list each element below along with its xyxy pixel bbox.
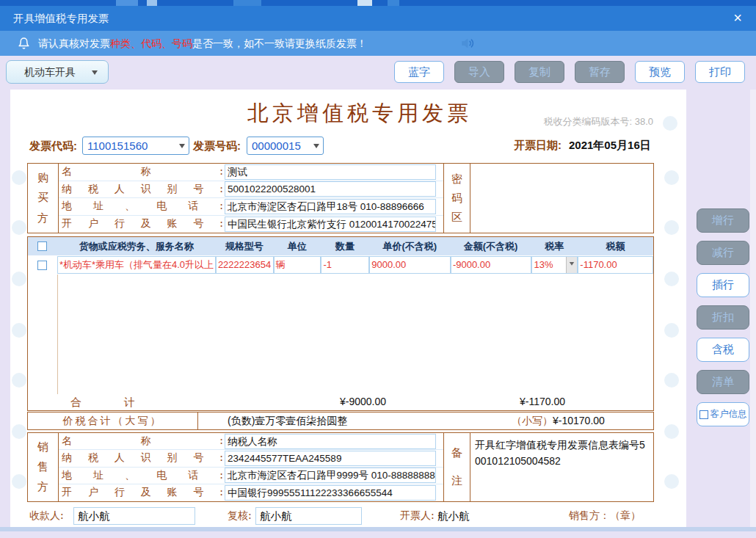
discount-button[interactable]: 折扣 [697,305,749,330]
window-title: 开具增值税专用发票 [13,6,109,31]
import-button[interactable]: 导入 [454,61,504,83]
field-row: 纳税人识别号: 2342445577TEAA245589 [59,450,443,467]
tax-included-button[interactable]: 含税 [697,338,749,362]
invoice-code-select[interactable]: 1100151560 [82,137,189,155]
header-tax: 税额 [578,240,653,253]
cell-spec: 2222223654 [216,256,274,274]
decor-dot [664,373,679,388]
invoice-number-select[interactable]: 00000015 [247,137,324,155]
stash-button[interactable]: 暂存 [575,61,625,83]
field-row: 地址、电话: 北京市海淀区杏石口路甲9999号 010-88888888 [59,468,443,484]
preview-button[interactable]: 预览 [635,61,685,83]
sum-content: (负数)壹万零壹佰柒拾圆整 （小写）¥-10170.00 [198,412,653,429]
payee-label: 收款人: [29,509,64,523]
invoice-title: 北京增值税专用发票 [176,99,543,128]
header-spec: 规格型号 [215,240,273,253]
customer-info-button[interactable]: 客户信息 [697,402,749,426]
seller-stamp: 销售方：（章） [569,509,641,523]
decor-dot [12,170,26,185]
buyer-name-label: 名称: [62,165,223,178]
chevron-down-icon [566,257,577,273]
goods-name-input[interactable]: *机动车*乘用车（排气量在4.0升以上 [57,256,216,274]
buyer-bank-input[interactable]: 中国民生银行北京紫竹支行 0120014170022475 [225,217,436,232]
invoice-number-label: 发票号码: [193,139,241,153]
cell-price: 9000.00 [369,256,451,274]
buyer-bank-label: 开户行及账号: [62,217,223,230]
tax-input[interactable]: -1170.00 [578,256,653,274]
notice-suffix: 是否一致，如不一致请更换纸质发票！ [192,37,367,49]
buyer-taxid-label: 纳税人识别号: [62,183,223,196]
field-row: 地址、电话: 北京市海淀区杏石口路甲18号 010-88896666 [59,198,443,216]
goods-table: 货物或应税劳务、服务名称 规格型号 单位 数量 单价(不含税) 金额(不含税) … [27,236,654,411]
buyer-box: 购 买 方 名称: 测试 纳税人识别号: 5001022200528001 地址… [27,163,654,233]
invoice-type-value: 机动车开具 [24,61,76,83]
select-all-cell [28,241,57,251]
table-empty-body [28,275,653,394]
scroll-strip [750,90,756,527]
header-amount: 金额(不含税) [451,240,531,253]
drawer-label: 开票人: [400,509,435,523]
cell-qty: -1 [321,256,369,274]
sum-words: (负数)壹万零壹佰柒拾圆整 [228,415,347,428]
seller-bank-input[interactable]: 中国银行99955511122233366655544 [225,485,436,501]
insert-row-button[interactable]: 插行 [697,273,749,297]
window-bottom-edge [0,527,756,531]
password-side-char: 码 [451,192,462,206]
buyer-fields: 名称: 测试 纳税人识别号: 5001022200528001 地址、电话: 北… [59,164,443,233]
blue-invoice-button[interactable]: 蓝字 [394,61,444,83]
seller-side-char: 销 [37,440,48,454]
invoice-type-select[interactable]: 机动车开具 [6,60,109,84]
password-side-label: 密 码 区 [443,164,470,233]
decor-dot [664,474,679,489]
invoice-code-value: 1100151560 [87,137,148,154]
notice-prefix: 请认真核对发票 [38,37,110,49]
decor-dot [664,272,679,286]
total-row: 合计 ¥-9000.00 ¥-1170.00 [28,394,653,411]
tax-rate-select[interactable]: 13% [531,256,578,274]
price-input[interactable]: 9000.00 [369,256,451,274]
copy-button[interactable]: 复制 [515,61,564,83]
bell-icon [18,37,30,53]
row-checkbox[interactable] [37,261,47,270]
print-button[interactable]: 打印 [695,61,745,83]
desktop-fragment [116,0,138,6]
amount-input[interactable]: -9000.00 [451,256,531,274]
remark-text: 开具红字增值税专用发票信息表编号5001012105004582 [470,433,653,501]
seller-taxid-input[interactable]: 2342445577TEAA245589 [225,451,436,466]
field-row: 名称: 纳税人名称 [59,433,443,450]
decor-dot [664,323,679,338]
seller-fields: 名称: 纳税人名称 纳税人识别号: 2342445577TEAA245589 地… [59,433,443,501]
invoice-date-label: 开票日期: [514,139,561,153]
unit-input[interactable]: 辆 [274,256,321,274]
remark-side-char: 注 [451,474,462,488]
seller-name-input[interactable]: 纳税人名称 [225,434,436,449]
select-all-checkbox[interactable] [37,241,47,251]
decor-dot [12,474,26,489]
speaker-icon[interactable] [461,37,475,53]
seller-box: 销 售 方 名称: 纳税人名称 纳税人识别号: 2342445577TEAA24… [27,432,654,502]
total-tax: ¥-1170.00 [520,396,565,407]
seller-address-input[interactable]: 北京市海淀区杏石口路甲9999号 010-88888888 [225,468,436,483]
payee-input[interactable]: 航小航 [73,507,195,525]
remark-side-label: 备 注 [443,433,470,501]
decor-dot [664,424,679,439]
seller-side-char: 售 [37,460,48,474]
list-button[interactable]: 清单 [697,370,749,394]
add-row-button[interactable]: 增行 [697,208,749,233]
buyer-address-input[interactable]: 北京市海淀区杏石口路甲18号 010-88896666 [225,199,436,214]
close-icon[interactable]: × [728,6,747,30]
customer-info-checkbox[interactable] [699,410,708,419]
decor-dot [664,220,679,235]
remove-row-button[interactable]: 减行 [697,241,749,265]
reviewer-input[interactable]: 航小航 [255,507,362,525]
spec-input[interactable]: 2222223654 [216,256,274,274]
invoice-number-value: 00000015 [252,137,301,154]
qty-input[interactable]: -1 [321,256,369,274]
invoice-date-value: 2021年05月16日 [569,139,651,153]
buyer-taxid-input[interactable]: 5001022200528001 [225,181,436,197]
password-side-char: 密 [451,172,462,186]
customer-info-label: 客户信息 [710,408,747,421]
buyer-name-input[interactable]: 测试 [225,164,436,180]
cell-tax: -1170.00 [578,256,653,274]
sum-small-value: ¥-10170.00 [553,415,605,426]
